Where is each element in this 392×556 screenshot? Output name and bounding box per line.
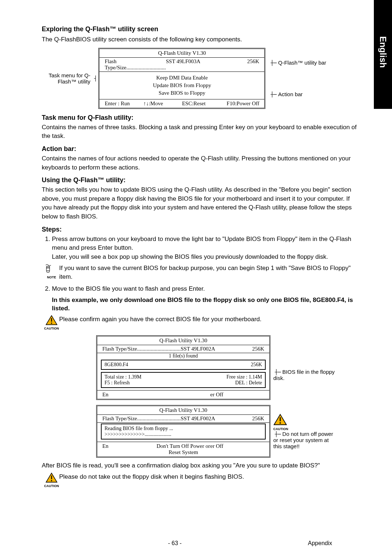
caution-row-2: CAUTION Please do not take out the flopp…: [42, 473, 359, 488]
diag1-flash-val: SST 49LF003A: [166, 58, 200, 71]
example-note: In this example, we only download one BI…: [52, 296, 359, 313]
diag1-title: Q-Flash Utility V1.30: [99, 49, 264, 58]
callout-task-menu: Task menu for Q-Flash™ utility: [42, 72, 93, 85]
page-number: - 63 -: [168, 540, 181, 547]
text-actionbar: Contains the names of four actions neede…: [42, 154, 359, 172]
svg-point-2: [51, 323, 52, 324]
intro-text: The Q-FlashBIOS utility screen consists …: [42, 35, 359, 44]
diag1-flash-label: Flash Type/Size.........................…: [105, 58, 166, 71]
diag3-size: 256K: [235, 416, 264, 422]
diag2-del: DEL : Delete: [235, 380, 262, 386]
diag1-flash-size: 256K: [230, 58, 259, 71]
heading-actionbar: Action bar:: [42, 145, 359, 153]
svg-point-8: [51, 480, 52, 481]
heading-exploring: Exploring the Q-Flash™ utility screen: [42, 25, 359, 33]
diagram-reading-bios: Q-Flash Utility V1.30 Flash Type/Size...…: [96, 405, 359, 458]
heading-taskmenu: Task menu for Q-Flash utility:: [42, 114, 359, 122]
callout-action-bar: Action bar: [278, 91, 303, 97]
callout-dont-turnoff: Do not turn off power or reset your syst…: [273, 431, 333, 449]
diag1-act1: Enter : Run: [105, 101, 143, 107]
diag2-en: En: [102, 392, 156, 398]
diag1-menu2: Update BIOS from Floppy: [99, 82, 264, 89]
text-taskmenu: Contains the names of three tasks. Block…: [42, 123, 359, 141]
diag2-free: Free size : 1.14M: [226, 374, 262, 380]
diag2-title: Q-Flash Utility V1.30: [97, 336, 269, 345]
diag3-warning: Don't Turn Off Power or Reset System: [156, 443, 211, 455]
step-2: Move to the BIOS file you want to flash …: [52, 285, 359, 294]
diag3-title: Q-Flash Utility V1.30: [97, 406, 269, 415]
svg-point-5: [279, 422, 281, 424]
heading-steps: Steps:: [42, 226, 359, 233]
diag1-act2: ↑↓:Move: [143, 101, 182, 107]
diag2-size: 256K: [235, 346, 264, 352]
callout-utility-bar: Q-Flash™ utility bar: [278, 60, 326, 66]
after-text: After BIOS file is read, you'll see a co…: [42, 461, 359, 470]
caution-row-1: CAUTION Please confirm again you have th…: [42, 315, 359, 330]
note-text-1: If you want to save the current BIOS for…: [59, 264, 359, 282]
callout-bios-file: BIOS file in the floppy disk.: [273, 369, 335, 381]
diag1-menu3: Save BIOS to Floppy: [99, 89, 264, 97]
diag2-filesize: 256K: [251, 362, 262, 368]
diag1-act3: ESC:Reset: [182, 101, 221, 107]
diag3-off: er Off: [210, 443, 264, 455]
connector-left: ┤: [93, 75, 98, 81]
diag1-menu1: Keep DMI Data Enable: [99, 74, 264, 82]
caution-text-2: Please do not take out the floppy disk w…: [59, 473, 244, 482]
heading-using: Using the Q-Flash™ utility:: [42, 176, 359, 184]
text-using: This section tells you how to update BIO…: [42, 185, 359, 221]
diag3-reading: Reading BIOS file from floppy ...: [105, 426, 262, 432]
page-footer: - 63 - Appendix: [0, 540, 374, 547]
diagram-qflash-screen: Task menu for Q-Flash™ utility ┤ Q-Flash…: [42, 48, 359, 109]
diag2-files-found: 1 file(s) found: [97, 353, 269, 359]
step-1: Press arrow buttons on your keyboard to …: [52, 235, 359, 262]
diag2-total: Total size : 1.39M: [105, 374, 142, 380]
diag2-filename: 8GE800.F4: [105, 362, 128, 368]
diag3-progress: >>>>>>>>>>>>>>.....................: [105, 432, 262, 437]
diag3-flash: Flash Type/Size.........................…: [102, 416, 235, 422]
diag1-act4: F10:Power Off: [221, 101, 260, 107]
note-icon: NOTE: [44, 264, 59, 279]
caution-icon: CAUTION: [44, 315, 59, 330]
diag2-off: er Off: [210, 392, 264, 398]
diag2-f5: F5 : Refresh: [105, 380, 130, 386]
caution-text-1: Please confirm again you have the correc…: [59, 315, 262, 324]
diag2-flash: Flash Type/Size.........................…: [102, 346, 235, 352]
diag3-en: En: [102, 443, 156, 455]
note-row-1: NOTE If you want to save the current BIO…: [42, 264, 359, 282]
footer-appendix: Appendix: [308, 540, 332, 547]
caution-icon: CAUTION: [44, 473, 59, 488]
diagram-files-found: Q-Flash Utility V1.30 Flash Type/Size...…: [96, 335, 359, 400]
